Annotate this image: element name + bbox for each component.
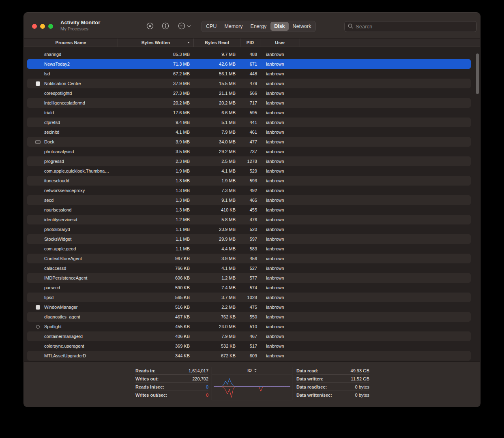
inspect-process-button[interactable] bbox=[160, 21, 171, 30]
bytes-written-cell: 369 KB bbox=[118, 344, 194, 348]
column-header-process-name[interactable]: Process Name bbox=[24, 38, 118, 47]
user-cell: ianbrown bbox=[260, 81, 300, 86]
process-name: intelligenceplatformd bbox=[44, 100, 85, 105]
table-row[interactable]: IMDPersistenceAgent606 KB1.2 MB577ianbro… bbox=[27, 273, 471, 283]
table-row[interactable]: lsd67.2 MB56.1 MB448ianbrown bbox=[27, 69, 471, 79]
table-row[interactable]: secinitd4.1 MB7.9 MB461ianbrown bbox=[27, 127, 471, 137]
process-name-cell: com.apple.geod bbox=[27, 246, 118, 252]
table-row[interactable]: networkserviceproxy1.3 MB7.3 MB492ianbro… bbox=[27, 186, 471, 195]
table-row[interactable]: intelligenceplatformd20.2 MB20.2 MB717ia… bbox=[27, 98, 471, 108]
table-row[interactable]: photoanalysisd3.5 MB29.2 MB737ianbrown bbox=[27, 147, 471, 156]
process-name: Notification Centre bbox=[44, 81, 81, 86]
tab-memory[interactable]: Memory bbox=[221, 22, 246, 31]
user-cell: ianbrown bbox=[260, 227, 300, 232]
bytes-read-cell: 6.6 MB bbox=[194, 110, 240, 115]
bytes-written-cell: 455 KB bbox=[118, 324, 194, 329]
bytes-read-cell: 7.9 MB bbox=[194, 130, 240, 135]
bytes-written-cell: 37.9 MB bbox=[118, 81, 194, 86]
bytes-read-cell: 9.1 MB bbox=[194, 198, 240, 203]
tab-network[interactable]: Network bbox=[289, 22, 315, 31]
table-row[interactable]: ContextStoreAgent967 KB3.9 MB456ianbrown bbox=[27, 254, 471, 263]
column-header-bytes-written[interactable]: Bytes Written bbox=[118, 38, 194, 47]
table-row[interactable]: MTLAssetUpgraderD344 KB672 KB609ianbrown bbox=[27, 351, 471, 361]
stats-footer: Reads in:1,614,017Writes out:220,702Read… bbox=[24, 361, 480, 407]
chart-selector[interactable]: IO bbox=[212, 367, 292, 374]
process-name: sharingd bbox=[44, 52, 61, 57]
user-cell: ianbrown bbox=[260, 149, 300, 154]
bytes-written-cell: 17.6 MB bbox=[118, 110, 194, 115]
table-row[interactable]: Notification Centre37.9 MB15.5 MB479ianb… bbox=[27, 79, 471, 88]
bytes-written-cell: 766 KB bbox=[118, 266, 194, 271]
pid-cell: 717 bbox=[240, 100, 260, 105]
table-row[interactable]: NewsToday271.3 MB42.6 MB671ianbrown bbox=[27, 59, 471, 69]
table-row[interactable]: tipsd565 KB3.7 MB1028ianbrown bbox=[27, 293, 471, 302]
process-name-cell: corespotlightd bbox=[27, 90, 118, 96]
user-cell: ianbrown bbox=[260, 295, 300, 300]
view-tabs: CPUMemoryEnergyDiskNetwork bbox=[201, 21, 316, 32]
table-row[interactable]: colorsync.useragent369 KB532 KB517ianbro… bbox=[27, 341, 471, 351]
process-name-cell: networkserviceproxy bbox=[27, 187, 118, 194]
process-name-cell: progressd bbox=[27, 158, 118, 165]
search-field[interactable] bbox=[344, 21, 477, 32]
bytes-written-cell: 606 KB bbox=[118, 276, 194, 280]
user-cell: ianbrown bbox=[260, 159, 300, 164]
table-row[interactable]: Dock3.9 MB34.0 MB477ianbrown bbox=[27, 137, 471, 147]
search-input[interactable] bbox=[356, 24, 473, 30]
info-circle-icon bbox=[161, 22, 169, 30]
window-subtitle: My Processes bbox=[60, 26, 100, 32]
minimize-button[interactable] bbox=[40, 24, 45, 29]
table-row[interactable]: com.apple.quicklook.Thumbna…1.9 MB4.1 MB… bbox=[27, 166, 471, 176]
pid-cell: 488 bbox=[240, 52, 260, 57]
notification-centre-icon bbox=[36, 81, 40, 86]
tab-energy[interactable]: Energy bbox=[247, 22, 270, 31]
pid-cell: 479 bbox=[240, 81, 260, 86]
table-row[interactable]: cfprefsd9.4 MB5.1 MB441ianbrown bbox=[27, 118, 471, 127]
more-options-button[interactable] bbox=[176, 21, 192, 30]
table-row[interactable]: containermanagerd406 KB7.9 MB467ianbrown bbox=[27, 331, 471, 341]
user-cell: ianbrown bbox=[260, 324, 300, 329]
bytes-written-cell: 1.1 MB bbox=[118, 246, 194, 251]
table-row[interactable]: nsurlsessiond1.3 MB410 KB455ianbrown bbox=[27, 205, 471, 215]
process-name: networkserviceproxy bbox=[44, 188, 85, 193]
quit-process-button[interactable] bbox=[145, 21, 155, 30]
table-row[interactable]: diagnostics_agent467 KB762 KB550ianbrown bbox=[27, 312, 471, 322]
bytes-written-cell: 967 KB bbox=[118, 256, 194, 261]
tab-disk[interactable]: Disk bbox=[270, 22, 288, 31]
table-row[interactable]: triald17.6 MB6.6 MB595ianbrown bbox=[27, 108, 471, 118]
bytes-read-cell: 3.9 MB bbox=[194, 256, 240, 261]
column-header-bytes-read[interactable]: Bytes Read bbox=[194, 38, 240, 47]
table-row[interactable]: sharingd85.3 MB9.7 MB488ianbrown bbox=[27, 49, 471, 59]
process-icon-slot bbox=[34, 187, 41, 194]
process-name: com.apple.geod bbox=[44, 246, 76, 251]
table-row[interactable]: parsecd590 KB7.4 MB574ianbrown bbox=[27, 283, 471, 293]
process-name-cell: triald bbox=[27, 109, 118, 116]
table-row[interactable]: progressd2.3 MB2.5 MB1278ianbrown bbox=[27, 156, 471, 166]
process-name-cell: diagnostics_agent bbox=[27, 314, 118, 320]
table-row[interactable]: secd1.3 MB9.1 MB465ianbrown bbox=[27, 195, 471, 205]
vertical-scrollbar[interactable] bbox=[476, 53, 479, 94]
user-cell: ianbrown bbox=[260, 314, 300, 319]
close-button[interactable] bbox=[32, 24, 37, 29]
bytes-written-cell: 71.3 MB bbox=[118, 62, 194, 66]
table-row[interactable]: WindowManager516 KB2.2 MB475ianbrown bbox=[27, 302, 471, 312]
zoom-button[interactable] bbox=[48, 24, 53, 29]
table-row[interactable]: photolibraryd1.1 MB23.9 MB520ianbrown bbox=[27, 224, 471, 234]
bytes-written-cell: 516 KB bbox=[118, 305, 194, 310]
table-row[interactable]: com.apple.geod1.1 MB4.4 MB583ianbrown bbox=[27, 244, 471, 254]
column-header-user[interactable]: User bbox=[260, 38, 300, 47]
pid-cell: 465 bbox=[240, 198, 260, 203]
table-row[interactable]: Spotlight455 KB24.0 MB510ianbrown bbox=[27, 322, 471, 331]
table-row[interactable]: calaccessd766 KB4.1 MB527ianbrown bbox=[27, 263, 471, 273]
table-row[interactable]: corespotlightd27.3 MB21.1 MB566ianbrown bbox=[27, 88, 471, 98]
process-icon-slot bbox=[34, 139, 41, 145]
table-row[interactable]: StocksWidget1.1 MB29.9 MB597ianbrown bbox=[27, 234, 471, 244]
column-header-pid[interactable]: PID bbox=[240, 38, 260, 47]
user-cell: ianbrown bbox=[260, 353, 300, 358]
process-name: progressd bbox=[44, 159, 64, 164]
process-name-cell: Spotlight bbox=[27, 323, 118, 330]
process-icon-slot bbox=[34, 226, 41, 233]
bytes-written-cell: 467 KB bbox=[118, 314, 194, 319]
tab-cpu[interactable]: CPU bbox=[202, 22, 220, 31]
table-row[interactable]: itunescloudd1.3 MB1.9 MB593ianbrown bbox=[27, 176, 471, 186]
table-row[interactable]: identityservicesd1.2 MB5.8 MB476ianbrown bbox=[27, 215, 471, 224]
